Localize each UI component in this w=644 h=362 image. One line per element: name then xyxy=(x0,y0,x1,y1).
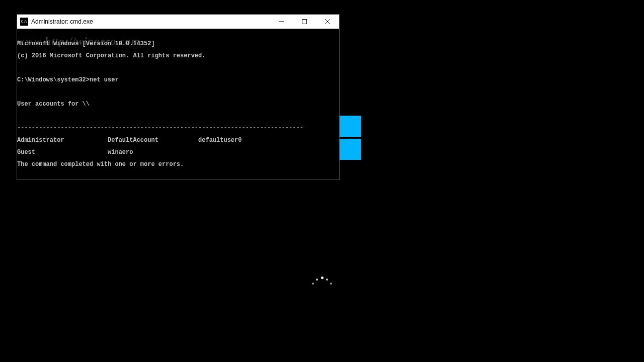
cmd-icon xyxy=(20,18,28,26)
windows-logo-fragment xyxy=(339,116,361,160)
window-title: Administrator: cmd.exe xyxy=(31,18,93,25)
console-line xyxy=(17,89,339,95)
svg-rect-1 xyxy=(302,20,307,24)
cmd-window[interactable]: Administrator: cmd.exe WWWhttp://winaero… xyxy=(17,14,340,180)
console-line: C:\Windows\system32>net user xyxy=(17,77,339,83)
console-line xyxy=(17,113,339,119)
loading-spinner xyxy=(311,276,333,298)
console-line: User accounts for \\ xyxy=(17,101,339,107)
console-line: ----------------------------------------… xyxy=(17,125,339,131)
minimize-button[interactable] xyxy=(270,15,293,29)
console-line: Guest winaero xyxy=(17,149,339,155)
maximize-button[interactable] xyxy=(293,15,316,29)
close-button[interactable] xyxy=(316,15,339,29)
console-line xyxy=(17,65,339,71)
console-line: The command completed with one or more e… xyxy=(17,161,339,167)
console-line: (c) 2016 Microsoft Corporation. All righ… xyxy=(17,53,339,59)
titlebar[interactable]: Administrator: cmd.exe xyxy=(17,15,339,29)
console-line: Administrator DefaultAccount defaultuser… xyxy=(17,137,339,143)
console-line: Microsoft Windows [Version 10.0.14352] xyxy=(17,41,339,47)
console-line xyxy=(17,173,339,179)
console-output[interactable]: WWWhttp://winaero.com Microsoft Windows … xyxy=(17,29,339,179)
